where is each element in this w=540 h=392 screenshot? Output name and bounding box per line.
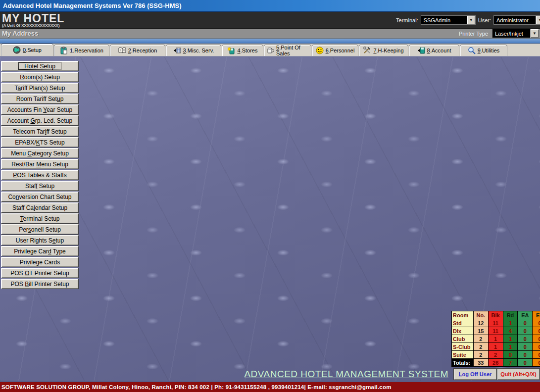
footer-row: ADVANCED HOTEL MANAGEMENT SYSTEM Log Off… xyxy=(244,368,540,380)
open-book-icon xyxy=(118,47,126,54)
printer-type-select[interactable]: Laser/Inkjet ▼ xyxy=(492,29,539,38)
table-header-row: Room No. Blk Rd EA ED xyxy=(452,311,540,319)
menu-room-tariff-setup[interactable]: Room Tariff Setup xyxy=(1,94,79,104)
tab-label: 2.Reception xyxy=(128,48,157,53)
menu-user-rights-setup[interactable]: User Rights Setup xyxy=(1,235,79,245)
menu-privilege-card-type[interactable]: Privilege Card Type xyxy=(1,246,79,256)
col-header-blk: Blk xyxy=(488,311,503,319)
menu-menu-category-setup[interactable]: Menu Category Setup xyxy=(1,148,79,158)
tab-housekeeping[interactable]: 7.H-Keeping xyxy=(359,45,408,56)
statusbar: SOFTWARE SOLUTION GROUP, Millat Colony, … xyxy=(0,381,540,392)
tab-label: 8.Account xyxy=(427,48,451,53)
tab-misc-services[interactable]: 3.Misc. Serv. xyxy=(166,45,221,56)
hotel-address: My Address xyxy=(0,30,38,37)
table-row: Club 2 1 1 0 0 xyxy=(452,335,540,343)
col-header-ea: EA xyxy=(518,311,533,319)
log-off-user-button[interactable]: Log Off User xyxy=(453,368,497,380)
tab-point-of-sales[interactable]: 5.Point Of Sales xyxy=(264,45,311,56)
user-dropdown-arrow-icon[interactable]: ▼ xyxy=(536,16,540,24)
tab-label: 6.Personnel xyxy=(326,48,355,53)
user-select[interactable]: Administrator ▼ xyxy=(493,15,540,25)
tab-reception[interactable]: 2.Reception xyxy=(110,45,165,56)
tab-label: 3.Misc. Serv. xyxy=(183,48,214,53)
hotel-subtitle: (A Unit Of XXXXXXXXXXXXXX) xyxy=(2,24,64,28)
table-row: S-Club 2 1 1 0 0 xyxy=(452,343,540,351)
table-totals-row: Totals: 33 26 7 0 0 xyxy=(452,359,540,367)
printer-type-value[interactable]: Laser/Inkjet xyxy=(492,29,530,38)
tab-label: 9.Utilities xyxy=(478,48,500,53)
globe-icon xyxy=(13,46,21,54)
clipboard-icon xyxy=(60,47,68,54)
tab-utilities[interactable]: 9.Utilities xyxy=(460,45,507,56)
main-desktop-area: Hotel Setup Room(s) Setup Tariff Plan(s)… xyxy=(0,56,540,381)
tab-reservation[interactable]: 1.Reservation xyxy=(54,45,109,56)
magnifier-icon xyxy=(468,47,476,54)
menu-staff-calendar-setup[interactable]: Staff Calendar Setup xyxy=(1,202,79,213)
stores-box-icon xyxy=(228,47,236,54)
tab-label: 0.Setup xyxy=(23,47,42,53)
hotel-name: MY HOTEL xyxy=(2,13,64,24)
tab-label: 7.H-Keeping xyxy=(373,48,403,53)
menu-privilege-cards[interactable]: Privilege Cards xyxy=(1,257,79,267)
terminal-label: Terminal: xyxy=(396,17,418,23)
statusbar-text: SOFTWARE SOLUTION GROUP, Millat Colony, … xyxy=(1,384,392,390)
tab-label: 1.Reservation xyxy=(70,48,103,53)
module-tabbar: 0.Setup 1.Reservation 2.Reception 3.Misc… xyxy=(0,44,540,56)
address-band: My Address Printer Type Laser/Inkjet ▼ xyxy=(0,29,540,39)
menu-telecom-tariff-setup[interactable]: Telecom Tariff Setup xyxy=(1,126,79,137)
col-header-no: No. xyxy=(473,311,488,319)
tab-label: 5.Point Of Sales xyxy=(276,45,309,56)
col-header-rd: Rd xyxy=(503,311,518,319)
menu-account-grp-led-setup[interactable]: Account Grp. Led. Setup xyxy=(1,115,79,126)
tab-account[interactable]: 8.Account xyxy=(409,45,459,56)
table-row: Suite 2 2 0 0 0 xyxy=(452,351,540,359)
quit-button[interactable]: Quit (Alt+Q/X) xyxy=(497,368,540,380)
table-row: Std 12 11 1 0 0 xyxy=(452,319,540,327)
terminal-dropdown-arrow-icon[interactable]: ▼ xyxy=(467,16,475,24)
mug-icon xyxy=(266,47,274,54)
menu-hotel-setup[interactable]: Hotel Setup xyxy=(1,61,79,71)
menu-rest-bar-menu-setup[interactable]: Rest/Bar Menu Setup xyxy=(1,159,79,169)
tab-setup[interactable]: 0.Setup xyxy=(1,44,53,56)
room-status-table: Room No. Blk Rd EA ED Std 12 11 1 0 0 Dl… xyxy=(451,311,540,367)
arrow-table-icon xyxy=(173,47,181,54)
col-header-ed: ED xyxy=(533,311,540,319)
tab-label: 4.Stores xyxy=(238,48,258,53)
menu-rooms-setup[interactable]: Room(s) Setup xyxy=(1,72,79,82)
smiley-icon xyxy=(316,47,324,54)
menu-accounts-fin-year-setup[interactable]: Accounts Fin Year Setup xyxy=(1,104,79,115)
menu-pos-tables-staffs[interactable]: POS Tables & Staffs xyxy=(1,170,79,180)
terminal-select[interactable]: SSGAdmin ▼ xyxy=(421,15,476,25)
menu-epabx-kts-setup[interactable]: EPABX/KTS Setup xyxy=(1,137,79,147)
window-titlebar: Advanced Hotel Management Systems Ver 78… xyxy=(0,0,540,12)
col-header-room: Room xyxy=(452,311,474,319)
tab-personnel[interactable]: 6.Personnel xyxy=(312,45,358,56)
tab-stores[interactable]: 4.Stores xyxy=(222,45,263,56)
hotel-header-band: MY HOTEL (A Unit Of XXXXXXXXXXXXXX) Term… xyxy=(0,12,540,29)
menu-pos-bill-printer-setup[interactable]: POS Bill Printer Setup xyxy=(1,279,79,289)
system-title-link[interactable]: ADVANCED HOTEL MANAGEMENT SYSTEM xyxy=(244,369,448,380)
divider-strip xyxy=(0,39,540,44)
printer-type-label: Printer Type xyxy=(459,31,488,37)
printer-dropdown-arrow-icon[interactable]: ▼ xyxy=(530,29,539,38)
tools-icon xyxy=(363,47,371,54)
window-title: Advanced Hotel Management Systems Ver 78… xyxy=(3,2,182,9)
menu-conversion-chart-setup[interactable]: Conversion Chart Setup xyxy=(1,192,79,202)
menu-terminal-setup[interactable]: Terminal Setup xyxy=(1,213,79,224)
setup-menu-sidebar: Hotel Setup Room(s) Setup Tariff Plan(s)… xyxy=(1,61,79,289)
account-book-icon xyxy=(417,47,425,54)
user-label: User: xyxy=(478,17,491,23)
terminal-value[interactable]: SSGAdmin xyxy=(421,16,467,24)
menu-staff-setup[interactable]: Staff Setup xyxy=(1,181,79,191)
table-row: Dlx 15 11 4 0 0 xyxy=(452,327,540,335)
menu-pos-ot-printer-setup[interactable]: POS OT Printer Setup xyxy=(1,268,79,278)
menu-personell-setup[interactable]: Personell Setup xyxy=(1,224,79,235)
menu-tariff-plans-setup[interactable]: Tariff Plan(s) Setup xyxy=(1,83,79,93)
user-value[interactable]: Administrator xyxy=(494,16,536,24)
